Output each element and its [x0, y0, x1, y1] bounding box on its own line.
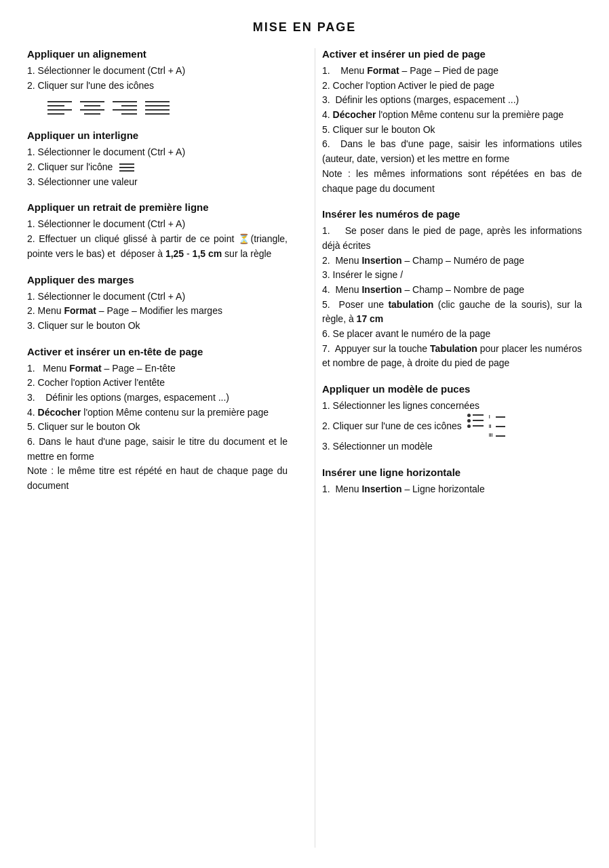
section-alignement: Appliquer un alignement 1. Sélectionner … — [27, 48, 288, 117]
align-right-icon — [113, 98, 137, 117]
align-left-icon — [47, 98, 72, 117]
numeros-step3: 3. Insérer le signe / — [322, 268, 582, 283]
heading-puces: Appliquer un modèle de puces — [322, 383, 582, 395]
section-marges: Appliquer des marges 1. Sélectionner le … — [27, 274, 288, 334]
interligne-icon — [119, 163, 134, 172]
right-column: Activer et insérer un pied de page 1. Me… — [315, 48, 582, 848]
heading-numeros: Insérer les numéros de page — [322, 208, 582, 220]
entete-step1: 1. Menu Format – Page – En-tête — [27, 361, 288, 376]
puces-step3: 3. Sélectionner un modèle — [322, 439, 582, 454]
numeros-step5: 5. Poser une tabulation (clic gauche de … — [322, 298, 582, 327]
entete-step3: 3. Définir les options (marges, espaceme… — [27, 391, 288, 406]
heading-retrait: Appliquer un retrait de première ligne — [27, 201, 288, 213]
pied-step2: 2. Cocher l'option Activer le pied de pa… — [322, 79, 582, 94]
heading-interligne: Appliquer un interligne — [27, 130, 288, 141]
hourglass-icon: ⏳ — [238, 233, 251, 244]
retrait-step2: 2. Effectuer un cliqué glissé à partir d… — [27, 232, 288, 261]
ligne-step1: 1. Menu Insertion – Ligne horizontale — [322, 482, 582, 497]
pied-note: Note : les mêmes informations sont répét… — [322, 167, 582, 196]
section-interligne: Appliquer un interligne 1. Sélectionner … — [27, 130, 288, 189]
pied-step5: 5. Cliquer sur le bouton Ok — [322, 123, 582, 138]
alignement-step1: 1. Sélectionner le document (Ctrl + A) — [27, 64, 288, 79]
heading-pied-page: Activer et insérer un pied de page — [322, 48, 582, 60]
section-ligne-horizontale: Insérer une ligne horizontale 1. Menu In… — [322, 467, 582, 497]
align-justify-icon — [145, 98, 170, 117]
numeros-step4: 4. Menu Insertion – Champ – Nombre de pa… — [322, 283, 582, 298]
pied-step6: 6. Dans le bas d'une page, saisir les in… — [322, 137, 582, 166]
bullet-list-icon — [467, 414, 484, 440]
pied-step3: 3. Définir les options (marges, espaceme… — [322, 93, 582, 108]
heading-alignement: Appliquer un alignement — [27, 48, 288, 60]
marges-step3: 3. Cliquer sur le bouton Ok — [27, 319, 288, 334]
entete-step5: 5. Cliquer sur le bouton Ok — [27, 420, 288, 435]
numeros-step7: 7. Appuyer sur la touche Tabulation pour… — [322, 342, 582, 371]
section-entete: Activer et insérer un en-tête de page 1.… — [27, 346, 288, 494]
page: MISE EN PAGE Appliquer un alignement 1. … — [0, 0, 609, 868]
section-puces: Appliquer un modèle de puces 1. Sélectio… — [322, 383, 582, 454]
interligne-step1: 1. Sélectionner le document (Ctrl + A) — [27, 145, 288, 160]
puces-step2: 2. Cliquer sur l'une de ces icônes — [322, 414, 582, 440]
marges-step2: 2. Menu Format – Page – Modifier les mar… — [27, 304, 288, 319]
entete-note: Note : le même titre est répété en haut … — [27, 464, 288, 493]
interligne-step3: 3. Sélectionner une valeur — [27, 175, 288, 190]
heading-entete: Activer et insérer un en-tête de page — [27, 346, 288, 357]
numeros-step2: 2. Menu Insertion – Champ – Numéro de pa… — [322, 254, 582, 269]
retrait-step1: 1. Sélectionner le document (Ctrl + A) — [27, 217, 288, 232]
numeros-step1: 1. Se poser dans le pied de page, après … — [322, 224, 582, 253]
alignement-step2: 2. Cliquer sur l'une des icônes — [27, 79, 288, 94]
numeros-step6: 6. Se placer avant le numéro de la page — [322, 327, 582, 342]
puces-step1: 1. Sélectionner les lignes concernées — [322, 399, 582, 414]
heading-ligne-horizontale: Insérer une ligne horizontale — [322, 467, 582, 478]
marges-step1: 1. Sélectionner le document (Ctrl + A) — [27, 290, 288, 304]
entete-step4: 4. Décocher l'option Même contenu sur la… — [27, 406, 288, 420]
entete-step6: 6. Dans le haut d'une page, saisir le ti… — [27, 435, 288, 464]
section-retrait: Appliquer un retrait de première ligne 1… — [27, 201, 288, 261]
align-icons — [47, 98, 288, 117]
pied-step4: 4. Décocher l'option Même contenu sur la… — [322, 108, 582, 123]
left-column: Appliquer un alignement 1. Sélectionner … — [27, 48, 294, 848]
interligne-step2: 2. Cliquer sur l'icône — [27, 160, 288, 175]
heading-marges: Appliquer des marges — [27, 274, 288, 285]
section-pied-page: Activer et insérer un pied de page 1. Me… — [322, 48, 582, 196]
bullet-icons: I II III — [467, 414, 505, 440]
numbered-list-icon: I II III — [489, 414, 505, 440]
entete-step2: 2. Cocher l'option Activer l'entête — [27, 376, 288, 391]
section-numeros: Insérer les numéros de page 1. Se poser … — [322, 208, 582, 371]
page-title: MISE EN PAGE — [27, 20, 582, 35]
pied-step1: 1. Menu Format – Page – Pied de page — [322, 64, 582, 79]
align-center-icon — [80, 98, 104, 117]
